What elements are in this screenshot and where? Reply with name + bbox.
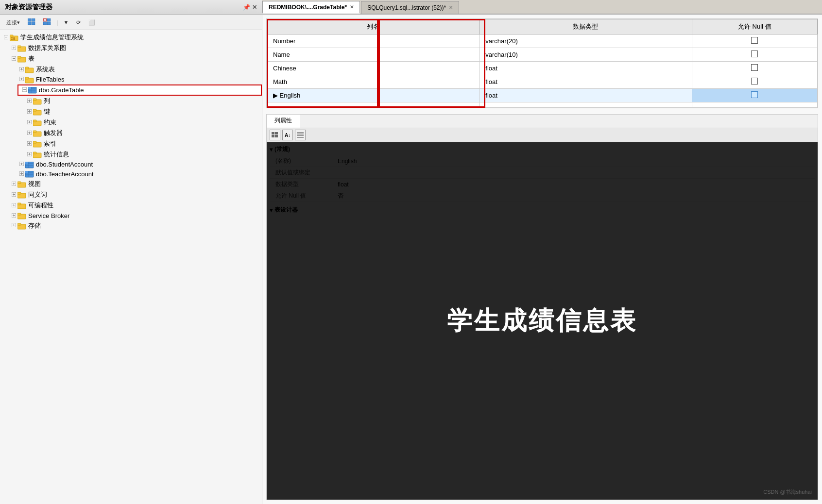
expand-triggers[interactable] — [25, 131, 33, 136]
right-panel: REDMIBOOK\....GradeTable*✕SQLQuery1.sql.… — [262, 0, 822, 504]
tree-item-filetables[interactable]: FileTables — [0, 75, 262, 84]
table-row-5[interactable] — [267, 102, 818, 108]
tree-item-dbdiagram[interactable]: 数据库关系图 — [0, 43, 262, 53]
tab-close-tab2[interactable]: ✕ — [449, 5, 453, 10]
connect-button[interactable]: 连接▾ — [4, 17, 22, 28]
separator: | — [56, 19, 58, 26]
expand-tables[interactable] — [10, 56, 17, 62]
tree-item-synonyms[interactable]: 同义词 — [0, 189, 262, 200]
pin-icon[interactable]: 📌 — [243, 4, 250, 11]
tree-item-storage[interactable]: 存储 — [0, 220, 262, 231]
svg-rect-111 — [17, 223, 21, 225]
svg-rect-2 — [28, 22, 31, 25]
folder-icon-programmability — [17, 202, 28, 209]
filter-btn[interactable]: ▼ — [61, 18, 71, 27]
tree-item-gradetable[interactable]: dbo.GradeTable — [17, 84, 262, 96]
refresh-btn[interactable]: ⟳ — [74, 18, 83, 27]
tree-item-tables[interactable]: 表 — [0, 53, 262, 64]
table-row-0[interactable]: Numbervarchar(20) — [267, 34, 818, 48]
tree-item-studentaccount[interactable]: dbo.StudentAccount — [0, 160, 262, 169]
expand-systables[interactable] — [17, 67, 25, 72]
tab-tab1[interactable]: REDMIBOOK\....GradeTable*✕ — [262, 1, 360, 14]
svg-rect-114 — [272, 135, 274, 137]
table-row-1[interactable]: Namevarchar(10) — [267, 48, 818, 62]
svg-rect-118 — [297, 137, 304, 138]
expand-storage[interactable] — [10, 223, 17, 228]
prop-tool-grid[interactable] — [270, 130, 280, 140]
cell-nullable-1[interactable] — [692, 48, 817, 62]
cell-coltype-4[interactable]: float — [480, 89, 692, 102]
toolbar-btn1[interactable] — [25, 17, 38, 28]
expand-programmability[interactable] — [10, 203, 17, 208]
cell-colname-0[interactable]: Number — [267, 34, 480, 48]
expand-filetables[interactable] — [17, 77, 25, 82]
checkbox-empty[interactable] — [751, 78, 758, 84]
expand-statistics[interactable] — [25, 152, 33, 157]
checkbox-empty[interactable] — [751, 64, 758, 71]
cell-colname-4[interactable]: ▶ English — [267, 89, 480, 102]
tree-label-dbdiagram: 数据库关系图 — [28, 44, 66, 52]
cell-coltype-0[interactable]: varchar(20) — [480, 34, 692, 48]
expand-gradetable[interactable] — [20, 87, 28, 93]
tree-item-systables[interactable]: 系统表 — [0, 64, 262, 75]
tree-item-programmability[interactable]: 可编程性 — [0, 200, 262, 211]
tab-tab2[interactable]: SQLQuery1.sql...istrator (52))*✕ — [361, 1, 459, 14]
svg-text:DB: DB — [11, 37, 16, 40]
tree-item-teacheraccount[interactable]: dbo.TeacherAccount — [0, 169, 262, 179]
cell-colname-5[interactable] — [267, 102, 480, 108]
tab-column-properties[interactable]: 列属性 — [267, 115, 300, 128]
cell-nullable-3[interactable] — [692, 75, 817, 89]
cell-nullable-4[interactable] — [692, 89, 817, 102]
object-explorer-panel: 对象资源管理器 📌 ✕ 连接▾ | ▼ ⟳ ⬜ DB学生成绩信息管理系统数据库关… — [0, 0, 262, 504]
cell-colname-1[interactable]: Name — [267, 48, 480, 62]
svg-rect-50 — [33, 109, 36, 111]
cell-nullable-0[interactable] — [692, 34, 817, 48]
tab-close-tab1[interactable]: ✕ — [350, 4, 354, 10]
expand-indexes[interactable] — [25, 141, 33, 147]
checkbox-empty[interactable] — [751, 50, 758, 57]
table-row-4[interactable]: ▶ Englishfloat — [267, 89, 818, 102]
cell-coltype-3[interactable]: float — [480, 75, 692, 89]
prop-tool-other[interactable] — [295, 130, 306, 140]
expand-synonyms[interactable] — [10, 192, 17, 198]
expand-views[interactable] — [10, 182, 17, 187]
cell-coltype-5[interactable] — [480, 102, 692, 108]
checkbox-active[interactable] — [751, 91, 758, 98]
expand-constraints[interactable] — [25, 120, 33, 125]
svg-rect-116 — [297, 132, 304, 134]
expand-dbdiagram[interactable] — [10, 46, 17, 51]
tree-item-statistics[interactable]: 统计信息 — [0, 149, 262, 160]
expand-db[interactable] — [2, 35, 10, 40]
expand-teacheraccount[interactable] — [17, 171, 25, 177]
tree-item-db[interactable]: DB学生成绩信息管理系统 — [0, 32, 262, 43]
expand-columns[interactable] — [25, 99, 33, 104]
tree-label-statistics: 统计信息 — [44, 150, 69, 159]
cell-nullable-2[interactable] — [692, 62, 817, 75]
cell-coltype-2[interactable]: float — [480, 62, 692, 75]
more-btn[interactable]: ⬜ — [86, 18, 98, 27]
cell-coltype-1[interactable]: varchar(10) — [480, 48, 692, 62]
cell-colname-2[interactable]: Chinese — [267, 62, 480, 75]
checkbox-empty[interactable] — [751, 37, 758, 44]
cell-colname-3[interactable]: Math — [267, 75, 480, 89]
tree-label-columns: 列 — [44, 97, 50, 105]
tree-item-keys[interactable]: 键 — [0, 106, 262, 117]
expand-keys[interactable] — [25, 109, 33, 115]
tree-item-views[interactable]: 视图 — [0, 179, 262, 189]
close-icon[interactable]: ✕ — [252, 4, 257, 11]
toolbar-btn2[interactable] — [41, 17, 53, 28]
expand-servicebroker[interactable] — [10, 213, 17, 218]
tree-label-systables: 系统表 — [36, 65, 55, 74]
tree-item-indexes[interactable]: 索引 — [0, 138, 262, 149]
prop-tool-sort-az[interactable]: A↓ — [282, 130, 293, 140]
cell-nullable-5[interactable] — [692, 102, 817, 108]
table-row-2[interactable]: Chinesefloat — [267, 62, 818, 75]
tree-item-triggers[interactable]: 触发器 — [0, 128, 262, 138]
col-header-name: 列名 — [267, 19, 480, 34]
expand-studentaccount[interactable] — [17, 162, 25, 167]
table-row-3[interactable]: Mathfloat — [267, 75, 818, 89]
tree-item-servicebroker[interactable]: Service Broker — [0, 211, 262, 220]
tree-item-columns[interactable]: 列 — [0, 96, 262, 106]
tree-item-constraints[interactable]: 约束 — [0, 117, 262, 128]
column-design-table: 列名 数据类型 允许 Null 值 Numbervarchar(20)Namev… — [267, 19, 818, 108]
